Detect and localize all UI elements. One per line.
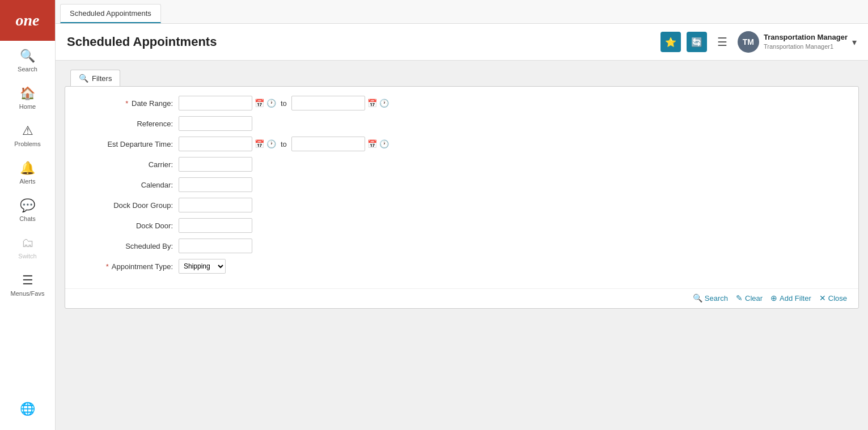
scheduled-by-label: Scheduled By:	[77, 242, 179, 250]
filters-form: * Date Range: 📅 🕐 to 📅 🕐	[65, 87, 858, 288]
scheduled-by-input[interactable]	[179, 239, 252, 253]
clock-dep-end-icon[interactable]: 🕐	[379, 139, 389, 148]
carrier-row: Carrier:	[77, 157, 847, 172]
sidebar-item-problems[interactable]: ⚠ Problems	[0, 116, 55, 153]
content-area: 🔍 Filters * Date Range: 📅 🕐	[56, 61, 868, 430]
filter-icon: 🔍	[79, 74, 88, 83]
date-range-start-input[interactable]	[179, 96, 252, 110]
sidebar: one 🔍 Search 🏠 Home ⚠ Problems 🔔 Alerts …	[0, 0, 56, 430]
bell-icon: 🔔	[20, 161, 35, 176]
calendar-dep-icon[interactable]: 📅	[255, 139, 264, 148]
filters-body-panel: * Date Range: 📅 🕐 to 📅 🕐	[65, 86, 859, 309]
refresh-button[interactable]: 🔄	[687, 32, 707, 52]
sidebar-item-chats[interactable]: 💬 Chats	[0, 190, 55, 228]
sidebar-item-label: Home	[19, 103, 36, 110]
filters-tab[interactable]: 🔍 Filters	[70, 70, 120, 86]
close-icon: ✕	[819, 293, 826, 303]
reference-label: Reference:	[77, 120, 179, 128]
filters-tab-label: Filters	[92, 74, 112, 83]
est-departure-start-input[interactable]	[179, 137, 252, 151]
avatar: TM	[738, 31, 759, 53]
sidebar-item-label: Search	[18, 66, 37, 73]
date-range-inputs: 📅 🕐 to 📅 🕐	[179, 96, 389, 110]
tab-scheduled-appointments[interactable]: Scheduled Appointments	[60, 4, 161, 23]
dock-door-group-label: Dock Door Group:	[77, 201, 179, 210]
search-link-label: Search	[705, 294, 728, 303]
clear-link-label: Clear	[745, 294, 763, 303]
add-filter-icon: ⊕	[770, 293, 777, 303]
user-profile[interactable]: TM Transportation Manager Transportation…	[738, 31, 857, 53]
appointment-type-label: * Appointment Type:	[77, 262, 179, 271]
filter-actions-row: 🔍 Search ✎ Clear ⊕ Add Filter ✕ Close	[65, 288, 858, 308]
to-separator: to	[281, 99, 287, 108]
sidebar-item-label: Chats	[19, 215, 36, 222]
sidebar-item-label: Switch	[18, 253, 36, 259]
chat-icon: 💬	[20, 198, 35, 213]
est-departure-inputs: 📅 🕐 to 📅 🕐	[179, 137, 389, 151]
calendar-dep-end-icon[interactable]: 📅	[367, 139, 377, 148]
clock-dep-icon[interactable]: 🕐	[266, 139, 276, 148]
search-icon: 🔍	[20, 49, 35, 63]
dock-door-group-row: Dock Door Group:	[77, 198, 847, 212]
hamburger-button[interactable]: ☰	[713, 33, 732, 51]
sidebar-item-label: Menus/Favs	[11, 290, 45, 297]
header-actions: ⭐ 🔄 ☰ TM Transportation Manager Transpor…	[660, 31, 857, 53]
sidebar-bottom: 🌐	[0, 394, 55, 430]
user-info: Transportation Manager Transportation Ma…	[764, 32, 848, 52]
user-name: Transportation Manager	[764, 32, 848, 42]
date-range-row: * Date Range: 📅 🕐 to 📅 🕐	[77, 96, 847, 110]
clear-link-icon: ✎	[736, 293, 743, 303]
tab-label: Scheduled Appointments	[70, 9, 151, 18]
clock-end-icon[interactable]: 🕐	[379, 99, 389, 108]
carrier-input[interactable]	[179, 157, 252, 172]
calendar-icon[interactable]: 📅	[255, 99, 264, 108]
user-role: Transportation Manager1	[764, 42, 848, 51]
sidebar-item-globe[interactable]: 🌐	[0, 394, 55, 424]
est-departure-label: Est Departure Time:	[77, 140, 179, 148]
app-logo[interactable]: one	[0, 0, 55, 41]
calendar-row: Calendar:	[77, 177, 847, 192]
dock-door-input[interactable]	[179, 218, 252, 233]
clock-icon[interactable]: 🕐	[266, 99, 276, 108]
globe-icon: 🌐	[20, 402, 35, 416]
reference-row: Reference:	[77, 116, 847, 131]
tab-bar: Scheduled Appointments	[56, 0, 868, 24]
dock-door-group-input[interactable]	[179, 198, 252, 212]
sidebar-item-home[interactable]: 🏠 Home	[0, 78, 55, 116]
dock-door-row: Dock Door:	[77, 218, 847, 233]
sidebar-item-label: Alerts	[19, 178, 35, 185]
sidebar-item-switch: 🗂 Switch	[0, 228, 55, 265]
dock-door-label: Dock Door:	[77, 222, 179, 230]
sidebar-item-menus[interactable]: ☰ Menus/Favs	[0, 265, 55, 303]
page-header: Scheduled Appointments ⭐ 🔄 ☰ TM Transpor…	[56, 24, 868, 61]
reference-input[interactable]	[179, 116, 252, 131]
menu-icon: ☰	[22, 273, 33, 288]
avatar-initials: TM	[743, 37, 754, 46]
sidebar-item-label: Problems	[14, 141, 40, 147]
date-range-label: * Date Range:	[77, 99, 179, 108]
carrier-label: Carrier:	[77, 160, 179, 169]
calendar-input[interactable]	[179, 177, 252, 192]
calendar-end-icon[interactable]: 📅	[367, 99, 377, 108]
warning-icon: ⚠	[22, 124, 33, 138]
est-departure-end-input[interactable]	[291, 137, 365, 151]
search-link-icon: 🔍	[693, 293, 702, 303]
main-content: Scheduled Appointments Scheduled Appoint…	[56, 0, 868, 430]
appointment-type-select[interactable]: Shipping Receiving Both	[179, 259, 226, 274]
date-range-end-input[interactable]	[291, 96, 365, 110]
favorite-button[interactable]: ⭐	[660, 32, 681, 52]
search-link[interactable]: 🔍 Search	[693, 293, 728, 303]
page-title: Scheduled Appointments	[67, 35, 660, 49]
filters-panel: 🔍 Filters * Date Range: 📅 🕐	[65, 70, 859, 309]
close-link[interactable]: ✕ Close	[819, 293, 847, 303]
calendar-label: Calendar:	[77, 181, 179, 189]
appointment-type-row: * Appointment Type: Shipping Receiving B…	[77, 259, 847, 274]
sidebar-item-alerts[interactable]: 🔔 Alerts	[0, 153, 55, 190]
add-filter-link[interactable]: ⊕ Add Filter	[770, 293, 811, 303]
to-separator-dep: to	[281, 140, 287, 148]
chevron-down-icon: ▾	[852, 37, 857, 48]
close-link-label: Close	[828, 294, 847, 303]
clear-link[interactable]: ✎ Clear	[736, 293, 763, 303]
est-departure-row: Est Departure Time: 📅 🕐 to 📅 🕐	[77, 137, 847, 151]
sidebar-item-search[interactable]: 🔍 Search	[0, 41, 55, 78]
